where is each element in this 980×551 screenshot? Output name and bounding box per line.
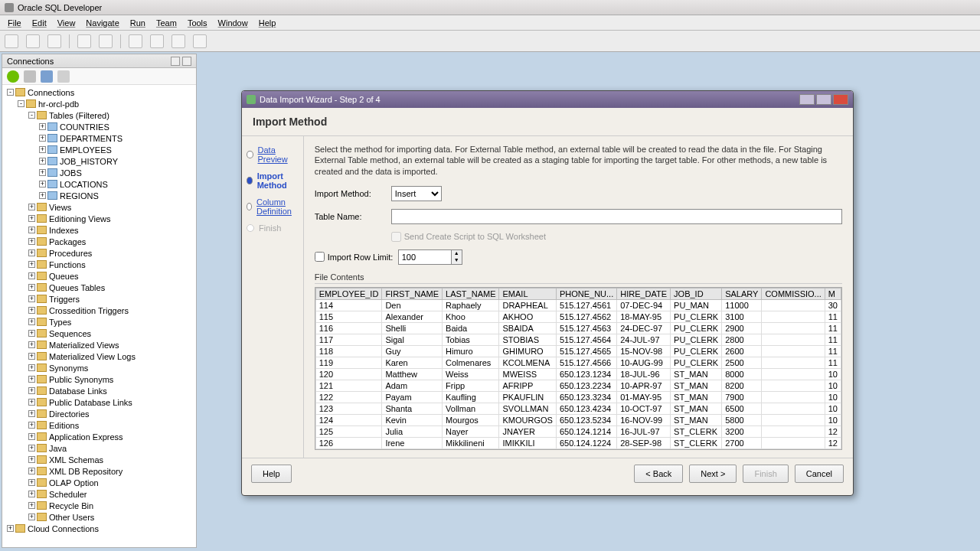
tree-crossedition-triggers[interactable]: +Crossedition Triggers — [4, 305, 194, 316]
row-limit-spinner[interactable]: ▲▼ — [452, 249, 462, 265]
table-row[interactable]: 116ShelliBaidaSBAIDA515.127.456324-DEC-9… — [315, 322, 841, 334]
col-header[interactable]: PHONE_NU... — [556, 288, 616, 299]
table-row[interactable]: 127JamesLandryJLANDRY650.124.133414-JAN-… — [315, 448, 841, 450]
tree-table-countries[interactable]: +COUNTRIES — [4, 121, 194, 132]
menu-file[interactable]: File — [3, 17, 26, 29]
col-header[interactable]: LAST_NAME — [443, 288, 499, 299]
table-row[interactable]: 126IreneMikkilineniIMIKKILI650.124.12242… — [315, 437, 841, 448]
menu-view[interactable]: View — [53, 17, 80, 29]
table-row[interactable]: 122PayamKauflingPKAUFLIN650.123.323401-M… — [315, 391, 841, 403]
dialog-minimize-icon[interactable] — [799, 94, 815, 105]
import-method-select[interactable]: Insert — [391, 186, 442, 201]
tree-editioning-views[interactable]: +Editioning Views — [4, 213, 194, 224]
table-name-input[interactable] — [391, 209, 842, 224]
tree-table-job_history[interactable]: +JOB_HISTORY — [4, 155, 194, 167]
tree-olap-option[interactable]: +OLAP Option — [4, 477, 194, 488]
tree-java[interactable]: +Java — [4, 442, 194, 454]
col-header[interactable]: SALARY — [722, 288, 762, 299]
tree-triggers[interactable]: +Triggers — [4, 293, 194, 305]
table-row[interactable]: 114DenRaphaelyDRAPHEAL515.127.456107-DEC… — [315, 299, 841, 311]
table-row[interactable]: 120MatthewWeissMWEISS650.123.123418-JUL-… — [315, 368, 841, 380]
step-column-definition[interactable]: Column Definition — [247, 197, 299, 216]
col-header[interactable]: JOB_ID — [671, 288, 722, 299]
col-header[interactable]: COMMISSIO... — [762, 288, 825, 299]
toolbar-open-icon[interactable] — [26, 34, 40, 48]
dialog-close-icon[interactable] — [833, 94, 848, 105]
tree-types[interactable]: +Types — [4, 316, 194, 328]
next-button[interactable]: Next > — [689, 465, 737, 483]
tree-table-regions[interactable]: +REGIONS — [4, 190, 194, 201]
col-header[interactable]: HIRE_DATE — [617, 288, 671, 299]
table-row[interactable]: 115AlexanderKhooAKHOO515.127.456218-MAY-… — [315, 311, 841, 322]
tree-materialized-view-logs[interactable]: +Materialized View Logs — [4, 350, 194, 362]
col-header[interactable]: EMAIL — [499, 288, 556, 299]
back-button[interactable]: < Back — [634, 465, 683, 483]
refresh-icon[interactable] — [24, 70, 36, 83]
tree-views[interactable]: +Views — [4, 201, 194, 213]
menu-tools[interactable]: Tools — [183, 17, 212, 29]
tree-procedures[interactable]: +Procedures — [4, 247, 194, 259]
tree-table-employees[interactable]: +EMPLOYEES — [4, 144, 194, 155]
table-row[interactable]: 124KevinMourgosKMOURGOS650.123.523416-NO… — [315, 414, 841, 425]
tree-packages[interactable]: +Packages — [4, 236, 194, 247]
tree-xml-schemas[interactable]: +XML Schemas — [4, 454, 194, 465]
row-limit-checkbox[interactable] — [315, 252, 325, 262]
toolbar-run-icon[interactable] — [129, 34, 142, 48]
toolbar-new-icon[interactable] — [5, 34, 18, 48]
tree-indexes[interactable]: +Indexes — [4, 224, 194, 236]
find-icon[interactable] — [57, 70, 70, 83]
tree-public-synonyms[interactable]: +Public Synonyms — [4, 373, 194, 385]
tree-xml-db-repository[interactable]: +XML DB Repository — [4, 465, 194, 477]
help-button[interactable]: Help — [251, 465, 292, 483]
table-row[interactable]: 119KarenColmenaresKCOLMENA515.127.456610… — [315, 357, 841, 368]
tree-queues-tables[interactable]: +Queues Tables — [4, 282, 194, 293]
tree-functions[interactable]: +Functions — [4, 259, 194, 270]
menu-window[interactable]: Window — [214, 17, 253, 29]
filter-icon[interactable] — [41, 70, 53, 83]
close-icon[interactable] — [182, 57, 191, 66]
connection-tree[interactable]: -Connections-hr-orcl-pdb-Tables (Filtere… — [2, 85, 196, 547]
tree-tables[interactable]: -Tables (Filtered) — [4, 109, 194, 121]
tree-connections[interactable]: -Connections — [4, 86, 194, 98]
tree-materialized-views[interactable]: +Materialized Views — [4, 339, 194, 350]
tree-table-locations[interactable]: +LOCATIONS — [4, 178, 194, 190]
table-row[interactable]: 117SigalTobiasSTOBIAS515.127.456424-JUL-… — [315, 334, 841, 345]
menu-team[interactable]: Team — [152, 17, 181, 29]
table-row[interactable]: 125JuliaNayerJNAYER650.124.121416-JUL-97… — [315, 425, 841, 437]
minimize-icon[interactable] — [171, 57, 180, 66]
step-data-preview[interactable]: Data Preview — [247, 145, 299, 164]
cancel-button[interactable]: Cancel — [795, 465, 844, 483]
tree-table-departments[interactable]: +DEPARTMENTS — [4, 132, 194, 144]
menu-help[interactable]: Help — [254, 17, 281, 29]
toolbar-save-icon[interactable] — [47, 34, 61, 48]
dialog-maximize-icon[interactable] — [816, 94, 831, 105]
tree-application-express[interactable]: +Application Express — [4, 431, 194, 442]
preview-table-wrap[interactable]: EMPLOYEE_IDFIRST_NAMELAST_NAMEEMAILPHONE… — [315, 287, 842, 450]
col-header[interactable]: EMPLOYEE_ID — [315, 288, 382, 299]
dialog-titlebar[interactable]: Data Import Wizard - Step 2 of 4 — [242, 91, 853, 108]
tree-db[interactable]: -hr-orcl-pdb — [4, 98, 194, 109]
row-limit-input[interactable] — [398, 249, 452, 265]
toolbar-stop-icon[interactable] — [172, 34, 185, 48]
col-header[interactable]: FIRST_NAME — [382, 288, 443, 299]
table-row[interactable]: 121AdamFrippAFRIPP650.123.223410-APR-97S… — [315, 380, 841, 391]
menu-run[interactable]: Run — [126, 17, 150, 29]
menu-navigate[interactable]: Navigate — [81, 17, 123, 29]
tree-cloud[interactable]: +Cloud Connections — [4, 523, 194, 534]
tree-other-users[interactable]: +Other Users — [4, 511, 194, 523]
tree-table-jobs[interactable]: +JOBS — [4, 167, 194, 178]
tree-synonyms[interactable]: +Synonyms — [4, 362, 194, 373]
tree-recycle-bin[interactable]: +Recycle Bin — [4, 500, 194, 511]
tree-directories[interactable]: +Directories — [4, 408, 194, 419]
toolbar-debug-icon[interactable] — [150, 34, 164, 48]
tree-scheduler[interactable]: +Scheduler — [4, 488, 194, 500]
menu-edit[interactable]: Edit — [28, 17, 51, 29]
table-row[interactable]: 123ShantaVollmanSVOLLMAN650.123.423410-O… — [315, 403, 841, 414]
table-row[interactable]: 118GuyHimuroGHIMURO515.127.456515-NOV-98… — [315, 345, 841, 357]
toolbar-redo-icon[interactable] — [99, 34, 113, 48]
tree-editions[interactable]: +Editions — [4, 419, 194, 431]
toolbar-undo-icon[interactable] — [77, 34, 91, 48]
tree-queues[interactable]: +Queues — [4, 270, 194, 282]
col-header[interactable]: M — [825, 288, 841, 299]
tree-sequences[interactable]: +Sequences — [4, 328, 194, 339]
